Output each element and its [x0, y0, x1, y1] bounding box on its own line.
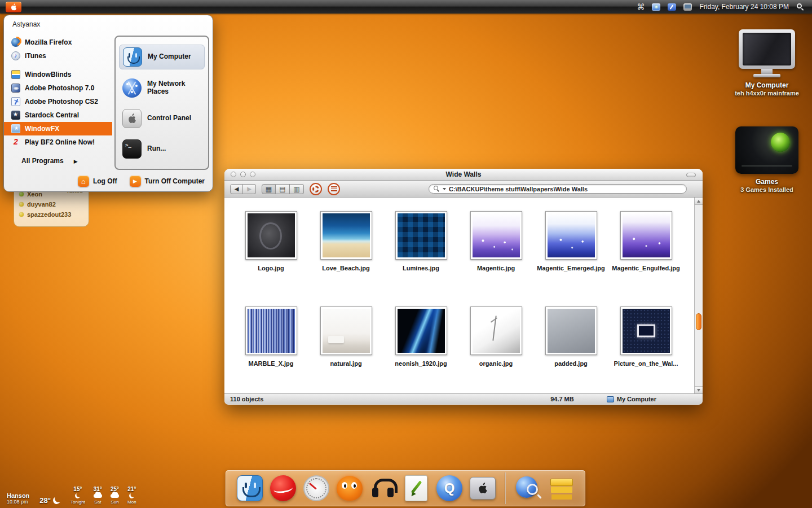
location-label: My Computer: [617, 396, 656, 402]
action-menu-button[interactable]: [328, 183, 340, 195]
desktop: Friday, February 24 10:08 PM Yahoo Xeon …: [0, 0, 812, 508]
dock-item-flurry[interactable]: [335, 474, 364, 503]
file-item[interactable]: Love_Beach.jpg: [308, 211, 383, 271]
windowfx-icon: [11, 124, 20, 133]
forward-button[interactable]: [243, 184, 256, 194]
start-menu-places-panel: My Computer My Network Places Control Pa…: [114, 36, 209, 170]
desktop-icon-sublabel: 3 Games Installed: [740, 186, 793, 193]
close-button[interactable]: [231, 172, 236, 177]
file-name: MARBLE_X.jpg: [248, 360, 293, 367]
scrollbar-thumb[interactable]: [696, 313, 701, 330]
desktop-icon-label: Games: [756, 178, 778, 186]
control-panel-icon: [122, 109, 142, 128]
log-off-button[interactable]: Log Off: [78, 176, 117, 187]
status-bar: 110 objects 94.7 MB My Computer: [224, 393, 703, 404]
file-item[interactable]: organic.jpg: [458, 306, 533, 367]
globe-search-icon: [515, 475, 541, 501]
place-label: My Network Places: [147, 80, 201, 96]
apple-menu-button[interactable]: [6, 2, 21, 12]
settings-button[interactable]: [310, 183, 322, 195]
file-item[interactable]: Magentic.jpg: [458, 211, 533, 271]
address-bar[interactable]: C:\BACKUP\theme stuff\Wallpapers\Wide Wa…: [429, 184, 687, 194]
file-name: neonish_1920.jpg: [395, 360, 447, 367]
network-places-icon: [122, 78, 142, 98]
dock-item-coca-cola[interactable]: [268, 474, 298, 503]
file-item[interactable]: Logo.jpg: [233, 211, 308, 271]
dock-item-dashboard[interactable]: [302, 474, 331, 503]
menu-item-label: All Programs: [21, 157, 64, 165]
camera-icon[interactable]: [652, 3, 660, 11]
dock-item-browser-search[interactable]: [513, 474, 542, 503]
file-name: Picture_on_the_Wal...: [614, 360, 678, 367]
zoom-button[interactable]: [250, 172, 255, 177]
moon-icon: [52, 496, 61, 505]
menu-item-windowblinds[interactable]: WindowBlinds: [4, 68, 112, 81]
dock-item-headphones[interactable]: [368, 474, 398, 503]
window-shade-button[interactable]: [686, 173, 696, 177]
moon-icon: [74, 493, 81, 500]
buddy-item[interactable]: spazzedout233: [19, 210, 83, 218]
icon-view-button[interactable]: [262, 184, 276, 194]
place-run[interactable]: Run...: [119, 137, 205, 161]
place-control-panel[interactable]: Control Panel: [119, 107, 205, 130]
minimize-button[interactable]: [240, 172, 246, 177]
file-item[interactable]: natural.jpg: [308, 306, 383, 367]
paintbrush-icon[interactable]: [668, 3, 676, 11]
apple-icon: [11, 3, 17, 11]
place-my-computer[interactable]: My Computer: [119, 45, 205, 69]
buddy-name: spazzedout233: [27, 211, 71, 218]
file-item[interactable]: Lumines.jpg: [383, 211, 458, 271]
scroll-down-button[interactable]: [695, 386, 703, 393]
buddy-item[interactable]: duyvan82: [19, 200, 83, 208]
list-view-button[interactable]: [276, 184, 290, 194]
file-item[interactable]: Magentic_Engulfed.jpg: [608, 211, 683, 271]
menu-item-itunes[interactable]: iTunes: [4, 49, 112, 63]
dock-item-file-stack[interactable]: [546, 474, 576, 503]
file-thumbnail: [395, 211, 447, 260]
file-item[interactable]: padded.jpg: [533, 306, 608, 367]
start-menu-username: Astyanax: [12, 20, 40, 28]
forecast-temp: 21°: [127, 486, 136, 492]
menu-item-stardock-central[interactable]: Stardock Central: [4, 108, 112, 122]
apple-glyph-icon: [128, 113, 136, 124]
menu-item-windowfx[interactable]: WindowFX: [4, 122, 112, 135]
start-menu: Astyanax Mozilla Firefox iTunes WindowBl…: [3, 15, 213, 192]
dock-separator: [505, 472, 506, 504]
windowblinds-icon: [11, 70, 20, 79]
headphones-icon: [370, 475, 396, 501]
menu-item-all-programs[interactable]: All Programs: [4, 154, 112, 168]
desktop-icon-games[interactable]: Games 3 Games Installed: [730, 126, 804, 193]
menu-item-firefox[interactable]: Mozilla Firefox: [4, 36, 112, 49]
file-item[interactable]: MARBLE_X.jpg: [233, 306, 308, 367]
menu-item-bf2[interactable]: Play BF2 Online Now!: [4, 135, 112, 149]
file-item[interactable]: Magentic_Emerged.jpg: [533, 211, 608, 271]
cloud-icon: [111, 494, 119, 498]
file-item[interactable]: Picture_on_the_Wal...: [608, 306, 683, 367]
file-name: Magentic.jpg: [477, 265, 515, 271]
dock-item-finder[interactable]: [235, 474, 264, 503]
turn-off-computer-button[interactable]: Turn Off Computer: [130, 176, 205, 187]
place-label: Control Panel: [147, 115, 191, 122]
display-icon[interactable]: [683, 3, 692, 11]
back-button[interactable]: [230, 184, 243, 194]
menubar-clock[interactable]: Friday, February 24 10:08 PM: [699, 3, 789, 11]
vertical-scrollbar[interactable]: [694, 198, 703, 393]
scroll-up-button[interactable]: [695, 198, 703, 205]
column-view-button[interactable]: [290, 184, 304, 194]
command-icon[interactable]: [637, 2, 645, 12]
window-titlebar[interactable]: Wide Walls: [224, 169, 703, 181]
address-dropdown-icon[interactable]: [443, 188, 446, 190]
dock-item-journal[interactable]: [401, 474, 431, 503]
file-thumbnail: [545, 306, 597, 355]
place-my-network-places[interactable]: My Network Places: [119, 76, 205, 100]
desktop-icon-my-computer[interactable]: My Computer teh h4xx0r mainframe: [730, 29, 804, 97]
file-item[interactable]: neonish_1920.jpg: [383, 306, 458, 367]
dock-item-quicktime[interactable]: [435, 474, 464, 503]
menu-item-photoshop-cs2[interactable]: Adobe Photoshop CS2: [4, 95, 112, 108]
file-thumbnail: [245, 211, 297, 260]
menu-item-photoshop7[interactable]: Adobe Photoshop 7.0: [4, 81, 112, 95]
file-row: MARBLE_X.jpg natural.jpg neonish_1920.jp…: [224, 306, 703, 367]
dock-item-terminal[interactable]: [468, 474, 497, 503]
search-icon[interactable]: [796, 3, 804, 11]
finder-window: Wide Walls C:\BACKUP\theme stu: [224, 169, 703, 405]
